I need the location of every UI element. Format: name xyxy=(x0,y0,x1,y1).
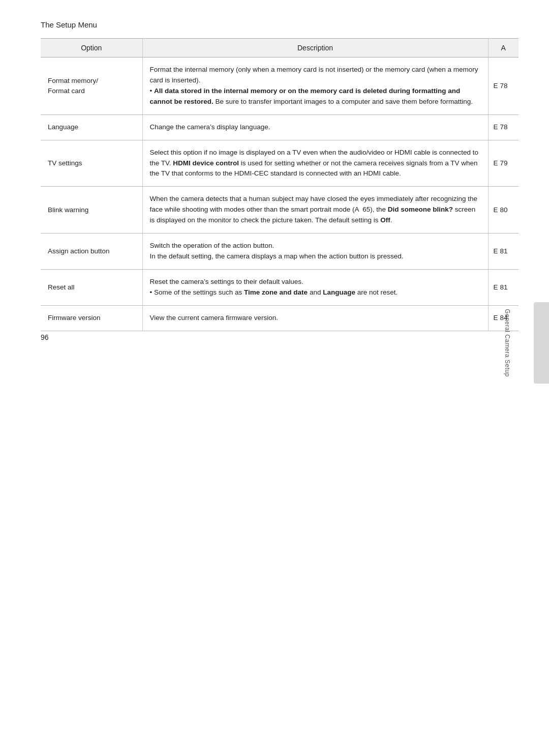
option-label: Language xyxy=(48,123,78,131)
description-text: Format the internal memory (only when a … xyxy=(150,66,478,84)
description-text: When the camera detects that a human sub… xyxy=(150,195,478,224)
description-cell: Reset the camera’s settings to their def… xyxy=(142,269,488,305)
option-cell: Assign action button xyxy=(41,234,142,270)
ref-cell: E 81 xyxy=(488,234,518,270)
table-row: Firmware version View the current camera… xyxy=(41,305,518,331)
ref-cell: E 81 xyxy=(488,269,518,305)
description-cell: Change the camera’s display language. xyxy=(142,114,488,140)
ref-num: 81 xyxy=(500,282,508,293)
description-bold: Did someone blink? xyxy=(388,206,453,213)
header-option: Option xyxy=(41,39,142,57)
page-title: The Setup Menu xyxy=(41,20,518,29)
side-label-container: General Camera Setup xyxy=(534,302,549,384)
ref-num: 80 xyxy=(500,205,508,215)
side-label: General Camera Setup xyxy=(503,309,510,377)
ref-cell: E 80 xyxy=(488,187,518,234)
table-row: Reset all Reset the camera’s settings to… xyxy=(41,269,518,305)
option-cell: Firmware version xyxy=(41,305,142,331)
table-row: Format memory/Format card Format the int… xyxy=(41,57,518,115)
ref-value: E 78 xyxy=(494,122,512,132)
ref-num: 79 xyxy=(500,158,508,168)
description-bold: Time zone and date xyxy=(244,288,308,296)
ref-letter: E xyxy=(494,313,498,323)
description-cell: Select this option if no image is displa… xyxy=(142,140,488,187)
ref-value: E 79 xyxy=(494,158,512,168)
table-row: Language Change the camera’s display lan… xyxy=(41,114,518,140)
table-row: Assign action button Switch the operatio… xyxy=(41,234,518,270)
description-cell: Format the internal memory (only when a … xyxy=(142,57,488,115)
option-label: Reset all xyxy=(48,283,75,291)
bullet-marker: • xyxy=(150,87,154,95)
option-label: Blink warning xyxy=(48,206,88,214)
description-bold-2: Language xyxy=(323,288,355,296)
table-header-row: Option Description A xyxy=(41,39,518,57)
option-label: Assign action button xyxy=(48,247,110,255)
ref-letter: E xyxy=(494,282,498,293)
ref-num: 78 xyxy=(500,81,508,91)
ref-value: E 80 xyxy=(494,205,512,215)
ref-letter: E xyxy=(494,81,498,91)
description-cell: Switch the operation of the action butto… xyxy=(142,234,488,270)
main-table: Option Description A Format memory/Forma… xyxy=(41,38,518,331)
option-cell: Language xyxy=(41,114,142,140)
description-text-2: Some of the settings such as Time zone a… xyxy=(154,288,398,296)
ref-cell: E 79 xyxy=(488,140,518,187)
option-cell: Blink warning xyxy=(41,187,142,234)
description-cell: View the current camera firmware version… xyxy=(142,305,488,331)
ref-num: 81 xyxy=(500,246,508,256)
bullet-marker: • xyxy=(150,288,154,296)
description-text: Change the camera’s display language. xyxy=(150,123,270,131)
table-row: Blink warning When the camera detects th… xyxy=(41,187,518,234)
page-number: 96 xyxy=(41,333,49,341)
ref-letter: E xyxy=(494,122,498,132)
option-label: Format memory/Format card xyxy=(48,77,98,95)
ref-cell: E 78 xyxy=(488,114,518,140)
description-text: Reset the camera’s settings to their def… xyxy=(150,278,303,285)
ref-letter: E xyxy=(494,158,498,168)
description-text: Select this option if no image is displa… xyxy=(150,149,479,178)
description-text: Switch the operation of the action butto… xyxy=(150,242,404,260)
table-row: TV settings Select this option if no ima… xyxy=(41,140,518,187)
description-bold: HDMI device control xyxy=(173,159,239,167)
description-bold-off: Off xyxy=(380,216,390,224)
ref-value: E 81 xyxy=(494,246,512,256)
ref-letter: E xyxy=(494,205,498,215)
option-cell: Reset all xyxy=(41,269,142,305)
option-label: Firmware version xyxy=(48,314,101,322)
ref-value: E 78 xyxy=(494,81,512,91)
description-text: View the current camera firmware version… xyxy=(150,314,279,322)
description-cell: When the camera detects that a human sub… xyxy=(142,187,488,234)
option-label: TV settings xyxy=(48,159,82,167)
page-container: The Setup Menu Option Description A Form… xyxy=(0,0,549,362)
option-cell: Format memory/Format card xyxy=(41,57,142,115)
ref-letter: E xyxy=(494,246,498,256)
ref-value: E 81 xyxy=(494,282,512,293)
header-description: Description xyxy=(142,39,488,57)
option-cell: TV settings xyxy=(41,140,142,187)
ref-cell: E 78 xyxy=(488,57,518,115)
description-suffix: Be sure to transfer important images to … xyxy=(214,98,473,105)
ref-num: 78 xyxy=(500,122,508,132)
header-ref: A xyxy=(488,39,518,57)
